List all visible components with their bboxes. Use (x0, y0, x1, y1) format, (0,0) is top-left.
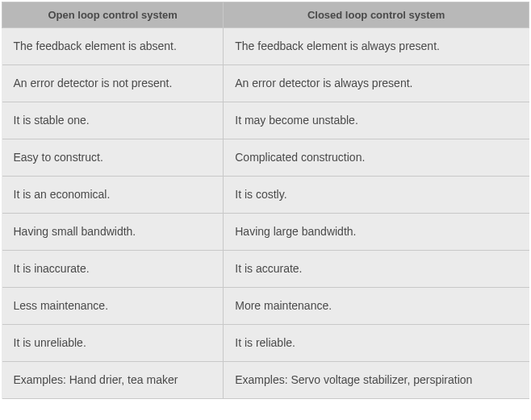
column-header-closed-loop: Closed loop control system (224, 2, 529, 28)
cell-closed: More maintenance. (224, 288, 529, 325)
cell-open: It is unreliable. (2, 325, 224, 362)
table-row: Having small bandwidth. Having large ban… (2, 214, 529, 251)
cell-closed: It is reliable. (224, 325, 529, 362)
table-row: Less maintenance. More maintenance. (2, 288, 529, 325)
cell-open: Less maintenance. (2, 288, 224, 325)
cell-open: It is an economical. (2, 177, 224, 214)
cell-open: An error detector is not present. (2, 65, 224, 102)
table-header: Open loop control system Closed loop con… (2, 2, 529, 28)
table-row: It is unreliable. It is reliable. (2, 325, 529, 362)
table-row: It is stable one. It may become unstable… (2, 102, 529, 139)
cell-open: It is stable one. (2, 102, 224, 139)
cell-open: Examples: Hand drier, tea maker (2, 362, 224, 399)
cell-closed: It is costly. (224, 177, 529, 214)
table-row: An error detector is not present. An err… (2, 65, 529, 102)
table-row: Examples: Hand drier, tea maker Examples… (2, 362, 529, 399)
cell-closed: Complicated construction. (224, 139, 529, 177)
table-row: It is an economical. It is costly. (2, 177, 529, 214)
cell-open: Having small bandwidth. (2, 214, 224, 251)
cell-closed: Examples: Servo voltage stabilizer, pers… (224, 362, 529, 399)
header-row: Open loop control system Closed loop con… (2, 2, 529, 28)
cell-open: Easy to construct. (2, 139, 224, 177)
cell-open: The feedback element is absent. (2, 28, 224, 65)
cell-closed: An error detector is always present. (224, 65, 529, 102)
table-row: It is inaccurate. It is accurate. (2, 251, 529, 288)
cell-closed: The feedback element is always present. (224, 28, 529, 65)
comparison-table: Open loop control system Closed loop con… (2, 2, 529, 399)
cell-open: It is inaccurate. (2, 251, 224, 288)
table-body: The feedback element is absent. The feed… (2, 28, 529, 399)
cell-closed: Having large bandwidth. (224, 214, 529, 251)
cell-closed: It may become unstable. (224, 102, 529, 139)
column-header-open-loop: Open loop control system (2, 2, 224, 28)
table-row: Easy to construct. Complicated construct… (2, 139, 529, 177)
table-row: The feedback element is absent. The feed… (2, 28, 529, 65)
cell-closed: It is accurate. (224, 251, 529, 288)
